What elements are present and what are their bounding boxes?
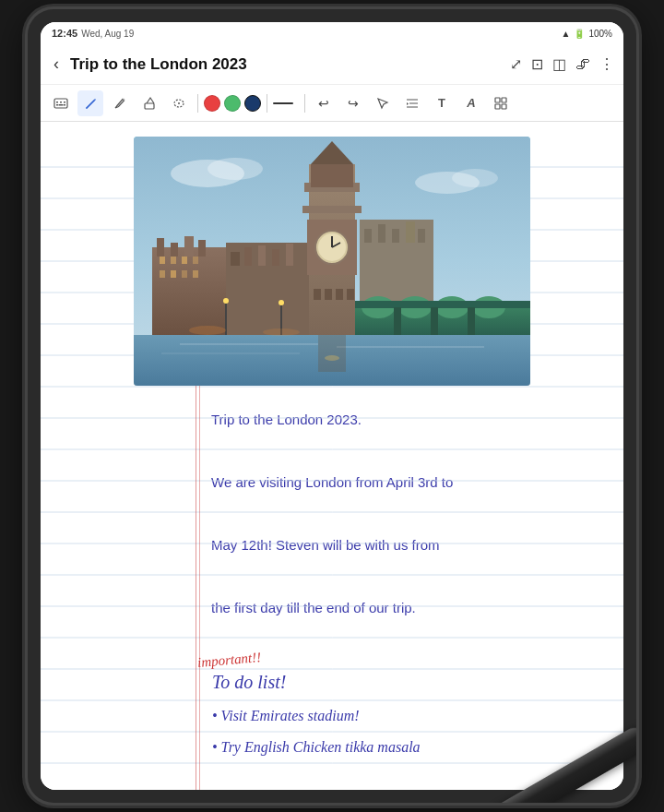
svg-rect-60 xyxy=(392,229,399,243)
svg-rect-42 xyxy=(286,244,293,266)
note-text-area: Trip to the London 2023. We are visiting… xyxy=(41,386,623,642)
svg-rect-16 xyxy=(502,104,506,109)
eraser-tool[interactable] xyxy=(136,90,162,116)
svg-rect-33 xyxy=(160,270,165,278)
color-dark-blue[interactable] xyxy=(244,95,261,112)
svg-rect-5 xyxy=(59,104,64,106)
expand-icon[interactable]: ⤢ xyxy=(510,55,522,73)
svg-rect-32 xyxy=(193,257,198,264)
note-body: Trip to the London 2023. We are visiting… xyxy=(211,404,605,624)
color-green[interactable] xyxy=(224,95,241,112)
svg-rect-3 xyxy=(64,102,65,103)
battery-percent: 100% xyxy=(588,29,612,39)
svg-rect-68 xyxy=(355,301,530,308)
pencil-tool[interactable] xyxy=(107,90,133,116)
toolbar: ↩ ↪ T A xyxy=(41,85,623,122)
svg-point-21 xyxy=(208,158,263,180)
todo-item-2: • Try English Chicken tikka masala xyxy=(212,732,605,763)
line-width-button[interactable] xyxy=(273,94,299,113)
svg-rect-55 xyxy=(336,289,343,300)
svg-rect-71 xyxy=(468,307,475,335)
keyboard-tool[interactable] xyxy=(48,90,74,116)
select-button[interactable] xyxy=(370,90,396,116)
status-icons: ▲ 🔋 100% xyxy=(562,29,612,39)
svg-rect-58 xyxy=(364,229,372,243)
svg-rect-56 xyxy=(347,289,354,300)
tablet-device: 12:45 Wed, Aug 19 ▲ 🔋 100% ‹ Trip to the… xyxy=(28,9,636,803)
svg-rect-51 xyxy=(311,164,353,187)
notebook: Trip to the London 2023. We are visiting… xyxy=(41,137,623,790)
status-date: Wed, Aug 19 xyxy=(81,29,134,39)
svg-rect-69 xyxy=(394,307,401,335)
undo-button[interactable]: ↩ xyxy=(311,90,337,116)
indent-button[interactable] xyxy=(399,90,425,116)
content-area[interactable]: Trip to the London 2023. We are visiting… xyxy=(41,122,623,790)
handwriting-button[interactable]: A xyxy=(458,90,484,116)
svg-rect-31 xyxy=(182,257,187,264)
svg-rect-30 xyxy=(171,257,176,264)
svg-rect-29 xyxy=(160,257,165,264)
note-title: Trip to the London 2023 xyxy=(70,55,503,74)
note-trip-text: the first day till the end of our trip. xyxy=(211,600,416,615)
svg-rect-62 xyxy=(418,229,425,243)
pen-tool[interactable] xyxy=(77,90,103,116)
bullet-1: • xyxy=(212,708,221,723)
note-date-text: May 12th! Steven will be with us from xyxy=(211,537,440,553)
svg-rect-53 xyxy=(314,289,321,300)
status-time-date: 12:45 xyxy=(52,28,77,39)
todo-item-1: • Visit Emirates stadium! xyxy=(212,700,605,732)
title-bar: ‹ Trip to the London 2023 ⤢ ⊡ ◫ 🖇 ⋮ xyxy=(41,44,623,85)
todo-heading: To do list! xyxy=(212,672,605,693)
svg-rect-13 xyxy=(495,98,500,102)
text-button[interactable]: T xyxy=(429,90,455,116)
svg-rect-34 xyxy=(171,270,176,278)
lasso-tool[interactable] xyxy=(166,90,192,116)
svg-rect-6 xyxy=(64,104,65,106)
svg-rect-7 xyxy=(145,103,154,109)
svg-rect-61 xyxy=(406,221,415,243)
svg-rect-28 xyxy=(198,240,206,257)
separator-3 xyxy=(304,94,305,113)
svg-rect-27 xyxy=(184,236,194,257)
separator-1 xyxy=(197,94,198,113)
status-bar: 12:45 Wed, Aug 19 ▲ 🔋 100% xyxy=(41,22,623,44)
svg-point-82 xyxy=(189,326,226,335)
back-button[interactable]: ‹ xyxy=(50,53,63,76)
svg-point-83 xyxy=(263,328,300,336)
tablet-screen: 12:45 Wed, Aug 19 ▲ 🔋 100% ‹ Trip to the… xyxy=(41,22,623,790)
svg-point-9 xyxy=(178,102,180,104)
svg-rect-45 xyxy=(302,206,362,213)
svg-rect-25 xyxy=(157,238,164,257)
bullet-2: • xyxy=(212,739,221,755)
view-icon[interactable]: ⊡ xyxy=(531,55,543,73)
signal-icon: ▲ xyxy=(562,29,571,39)
svg-rect-76 xyxy=(318,335,346,372)
svg-rect-38 xyxy=(231,252,240,266)
attach-icon[interactable]: 🖇 xyxy=(575,56,590,73)
svg-point-81 xyxy=(279,300,284,305)
svg-rect-26 xyxy=(171,243,178,257)
svg-rect-35 xyxy=(182,270,187,278)
color-red[interactable] xyxy=(204,95,220,112)
svg-rect-39 xyxy=(244,247,252,266)
svg-rect-2 xyxy=(60,102,62,103)
svg-point-79 xyxy=(223,298,229,304)
svg-point-23 xyxy=(452,169,498,187)
svg-rect-0 xyxy=(54,99,67,108)
handwriting-section: important!! To do list! • Visit Emirates… xyxy=(41,642,623,782)
redo-button[interactable]: ↪ xyxy=(340,90,366,116)
svg-rect-1 xyxy=(56,102,58,103)
note-visit-text: We are visiting London from April 3rd to xyxy=(211,474,453,490)
separator-2 xyxy=(267,94,267,113)
svg-rect-54 xyxy=(325,289,332,300)
london-photo xyxy=(134,137,530,386)
todo-item-2-text: Try English Chicken tikka masala xyxy=(221,739,421,755)
svg-rect-4 xyxy=(56,104,58,106)
more-icon[interactable]: ⋮ xyxy=(599,55,614,73)
svg-rect-59 xyxy=(378,224,385,243)
grid-button[interactable] xyxy=(488,90,514,116)
bookmark-icon[interactable]: ◫ xyxy=(552,55,566,73)
todo-item-1-text: Visit Emirates stadium! xyxy=(221,708,360,723)
important-label: important!! xyxy=(196,650,261,671)
svg-rect-15 xyxy=(495,104,500,109)
